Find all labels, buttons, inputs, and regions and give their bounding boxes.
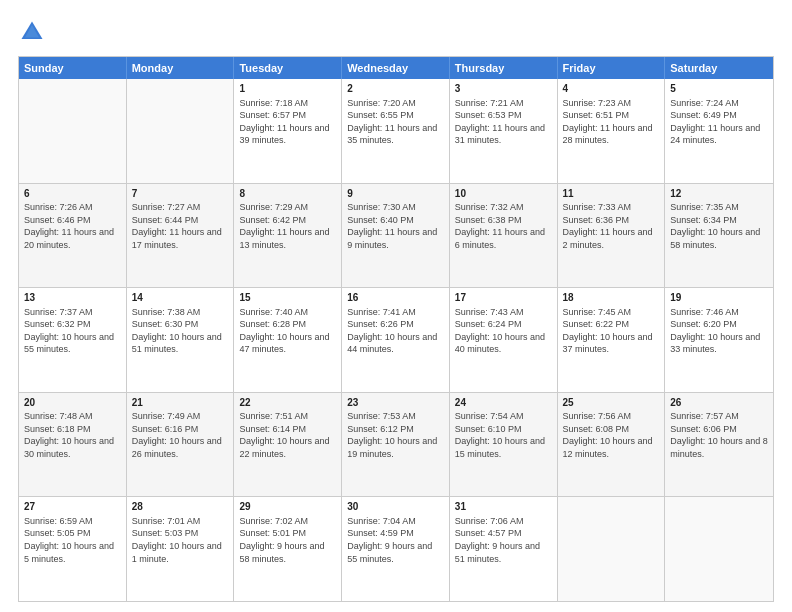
cell-info: Sunrise: 6:59 AMSunset: 5:05 PMDaylight:… <box>24 516 114 564</box>
day-cell-31: 31Sunrise: 7:06 AMSunset: 4:57 PMDayligh… <box>450 497 558 601</box>
weekday-header-wednesday: Wednesday <box>342 57 450 79</box>
day-cell-20: 20Sunrise: 7:48 AMSunset: 6:18 PMDayligh… <box>19 393 127 497</box>
day-cell-15: 15Sunrise: 7:40 AMSunset: 6:28 PMDayligh… <box>234 288 342 392</box>
weekday-header-monday: Monday <box>127 57 235 79</box>
weekday-header-friday: Friday <box>558 57 666 79</box>
day-number: 29 <box>239 500 336 514</box>
day-cell-13: 13Sunrise: 7:37 AMSunset: 6:32 PMDayligh… <box>19 288 127 392</box>
day-cell-25: 25Sunrise: 7:56 AMSunset: 6:08 PMDayligh… <box>558 393 666 497</box>
cell-info: Sunrise: 7:46 AMSunset: 6:20 PMDaylight:… <box>670 307 760 355</box>
cell-info: Sunrise: 7:33 AMSunset: 6:36 PMDaylight:… <box>563 202 653 250</box>
day-cell-17: 17Sunrise: 7:43 AMSunset: 6:24 PMDayligh… <box>450 288 558 392</box>
day-cell-10: 10Sunrise: 7:32 AMSunset: 6:38 PMDayligh… <box>450 184 558 288</box>
day-cell-8: 8Sunrise: 7:29 AMSunset: 6:42 PMDaylight… <box>234 184 342 288</box>
day-number: 12 <box>670 187 768 201</box>
day-number: 20 <box>24 396 121 410</box>
day-number: 15 <box>239 291 336 305</box>
day-number: 16 <box>347 291 444 305</box>
cell-info: Sunrise: 7:04 AMSunset: 4:59 PMDaylight:… <box>347 516 432 564</box>
cell-info: Sunrise: 7:32 AMSunset: 6:38 PMDaylight:… <box>455 202 545 250</box>
cell-info: Sunrise: 7:23 AMSunset: 6:51 PMDaylight:… <box>563 98 653 146</box>
day-number: 10 <box>455 187 552 201</box>
calendar-row-5: 27Sunrise: 6:59 AMSunset: 5:05 PMDayligh… <box>19 496 773 601</box>
cell-info: Sunrise: 7:49 AMSunset: 6:16 PMDaylight:… <box>132 411 222 459</box>
day-cell-12: 12Sunrise: 7:35 AMSunset: 6:34 PMDayligh… <box>665 184 773 288</box>
empty-cell-r4c5 <box>558 497 666 601</box>
cell-info: Sunrise: 7:02 AMSunset: 5:01 PMDaylight:… <box>239 516 324 564</box>
day-cell-5: 5Sunrise: 7:24 AMSunset: 6:49 PMDaylight… <box>665 79 773 183</box>
day-number: 27 <box>24 500 121 514</box>
day-cell-9: 9Sunrise: 7:30 AMSunset: 6:40 PMDaylight… <box>342 184 450 288</box>
cell-info: Sunrise: 7:51 AMSunset: 6:14 PMDaylight:… <box>239 411 329 459</box>
empty-cell-r0c0 <box>19 79 127 183</box>
day-number: 26 <box>670 396 768 410</box>
day-number: 14 <box>132 291 229 305</box>
weekday-header-sunday: Sunday <box>19 57 127 79</box>
day-number: 31 <box>455 500 552 514</box>
cell-info: Sunrise: 7:53 AMSunset: 6:12 PMDaylight:… <box>347 411 437 459</box>
weekday-header-thursday: Thursday <box>450 57 558 79</box>
cell-info: Sunrise: 7:54 AMSunset: 6:10 PMDaylight:… <box>455 411 545 459</box>
day-cell-28: 28Sunrise: 7:01 AMSunset: 5:03 PMDayligh… <box>127 497 235 601</box>
day-cell-21: 21Sunrise: 7:49 AMSunset: 6:16 PMDayligh… <box>127 393 235 497</box>
cell-info: Sunrise: 7:56 AMSunset: 6:08 PMDaylight:… <box>563 411 653 459</box>
day-number: 18 <box>563 291 660 305</box>
cell-info: Sunrise: 7:20 AMSunset: 6:55 PMDaylight:… <box>347 98 437 146</box>
calendar-body: 1Sunrise: 7:18 AMSunset: 6:57 PMDaylight… <box>19 79 773 601</box>
weekday-header-tuesday: Tuesday <box>234 57 342 79</box>
day-number: 1 <box>239 82 336 96</box>
cell-info: Sunrise: 7:18 AMSunset: 6:57 PMDaylight:… <box>239 98 329 146</box>
day-cell-16: 16Sunrise: 7:41 AMSunset: 6:26 PMDayligh… <box>342 288 450 392</box>
cell-info: Sunrise: 7:29 AMSunset: 6:42 PMDaylight:… <box>239 202 329 250</box>
day-number: 4 <box>563 82 660 96</box>
day-cell-27: 27Sunrise: 6:59 AMSunset: 5:05 PMDayligh… <box>19 497 127 601</box>
day-number: 28 <box>132 500 229 514</box>
cell-info: Sunrise: 7:26 AMSunset: 6:46 PMDaylight:… <box>24 202 114 250</box>
cell-info: Sunrise: 7:37 AMSunset: 6:32 PMDaylight:… <box>24 307 114 355</box>
day-number: 11 <box>563 187 660 201</box>
day-number: 19 <box>670 291 768 305</box>
logo <box>18 18 50 46</box>
day-number: 17 <box>455 291 552 305</box>
day-cell-1: 1Sunrise: 7:18 AMSunset: 6:57 PMDaylight… <box>234 79 342 183</box>
day-cell-24: 24Sunrise: 7:54 AMSunset: 6:10 PMDayligh… <box>450 393 558 497</box>
day-number: 21 <box>132 396 229 410</box>
day-cell-23: 23Sunrise: 7:53 AMSunset: 6:12 PMDayligh… <box>342 393 450 497</box>
cell-info: Sunrise: 7:35 AMSunset: 6:34 PMDaylight:… <box>670 202 760 250</box>
header <box>18 18 774 46</box>
calendar-row-2: 6Sunrise: 7:26 AMSunset: 6:46 PMDaylight… <box>19 183 773 288</box>
cell-info: Sunrise: 7:24 AMSunset: 6:49 PMDaylight:… <box>670 98 760 146</box>
cell-info: Sunrise: 7:21 AMSunset: 6:53 PMDaylight:… <box>455 98 545 146</box>
cell-info: Sunrise: 7:38 AMSunset: 6:30 PMDaylight:… <box>132 307 222 355</box>
day-number: 3 <box>455 82 552 96</box>
calendar-row-4: 20Sunrise: 7:48 AMSunset: 6:18 PMDayligh… <box>19 392 773 497</box>
day-cell-7: 7Sunrise: 7:27 AMSunset: 6:44 PMDaylight… <box>127 184 235 288</box>
day-number: 2 <box>347 82 444 96</box>
empty-cell-r0c1 <box>127 79 235 183</box>
calendar-row-1: 1Sunrise: 7:18 AMSunset: 6:57 PMDaylight… <box>19 79 773 183</box>
day-number: 5 <box>670 82 768 96</box>
day-number: 9 <box>347 187 444 201</box>
day-number: 23 <box>347 396 444 410</box>
day-number: 25 <box>563 396 660 410</box>
cell-info: Sunrise: 7:06 AMSunset: 4:57 PMDaylight:… <box>455 516 540 564</box>
day-number: 8 <box>239 187 336 201</box>
day-cell-29: 29Sunrise: 7:02 AMSunset: 5:01 PMDayligh… <box>234 497 342 601</box>
day-cell-22: 22Sunrise: 7:51 AMSunset: 6:14 PMDayligh… <box>234 393 342 497</box>
empty-cell-r4c6 <box>665 497 773 601</box>
calendar-header: SundayMondayTuesdayWednesdayThursdayFrid… <box>19 57 773 79</box>
day-cell-11: 11Sunrise: 7:33 AMSunset: 6:36 PMDayligh… <box>558 184 666 288</box>
weekday-header-saturday: Saturday <box>665 57 773 79</box>
day-cell-18: 18Sunrise: 7:45 AMSunset: 6:22 PMDayligh… <box>558 288 666 392</box>
cell-info: Sunrise: 7:48 AMSunset: 6:18 PMDaylight:… <box>24 411 114 459</box>
cell-info: Sunrise: 7:57 AMSunset: 6:06 PMDaylight:… <box>670 411 768 459</box>
cell-info: Sunrise: 7:41 AMSunset: 6:26 PMDaylight:… <box>347 307 437 355</box>
cell-info: Sunrise: 7:30 AMSunset: 6:40 PMDaylight:… <box>347 202 437 250</box>
day-cell-30: 30Sunrise: 7:04 AMSunset: 4:59 PMDayligh… <box>342 497 450 601</box>
day-number: 24 <box>455 396 552 410</box>
cell-info: Sunrise: 7:27 AMSunset: 6:44 PMDaylight:… <box>132 202 222 250</box>
day-cell-14: 14Sunrise: 7:38 AMSunset: 6:30 PMDayligh… <box>127 288 235 392</box>
cell-info: Sunrise: 7:43 AMSunset: 6:24 PMDaylight:… <box>455 307 545 355</box>
day-cell-2: 2Sunrise: 7:20 AMSunset: 6:55 PMDaylight… <box>342 79 450 183</box>
calendar-row-3: 13Sunrise: 7:37 AMSunset: 6:32 PMDayligh… <box>19 287 773 392</box>
